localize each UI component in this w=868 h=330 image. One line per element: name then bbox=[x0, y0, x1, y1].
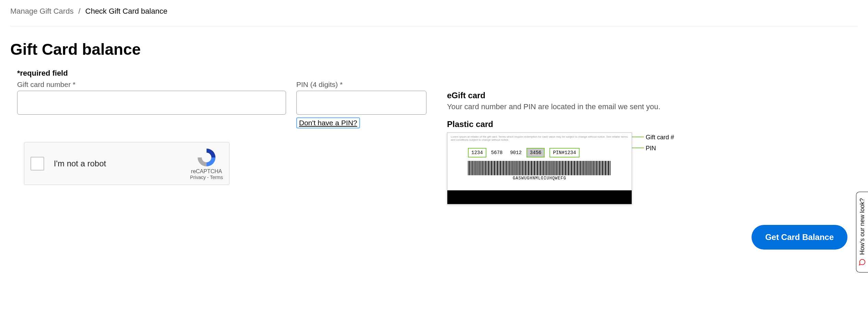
card-seg-2: 5678 bbox=[488, 149, 506, 157]
info-column: eGift card Your card number and PIN are … bbox=[447, 80, 687, 211]
card-seg-3: 9012 bbox=[507, 149, 524, 157]
card-magstripe bbox=[447, 190, 632, 204]
required-field-note: *required field bbox=[10, 69, 858, 78]
recaptcha-checkbox[interactable] bbox=[30, 157, 44, 170]
recaptcha-brand-name: reCAPTCHA bbox=[190, 168, 223, 175]
feedback-tab-label: How's our new look? bbox=[859, 198, 866, 255]
breadcrumb-separator: / bbox=[78, 7, 80, 15]
card-barcode bbox=[468, 161, 611, 175]
egift-body: Your card number and PIN are located in … bbox=[447, 102, 687, 111]
gift-card-number-label: Gift card number * bbox=[17, 80, 286, 89]
egift-heading: eGift card bbox=[447, 91, 687, 100]
breadcrumb: Manage Gift Cards / Check Gift Card bala… bbox=[10, 7, 858, 26]
recaptcha-widget: I'm not a robot reCAPTCHA Privacy - Term… bbox=[24, 142, 230, 185]
card-seg-1: 1234 bbox=[468, 148, 486, 157]
feedback-tab[interactable]: How's our new look? bbox=[856, 192, 868, 256]
card-pin-box: PIN#1234 bbox=[549, 148, 579, 157]
breadcrumb-parent-link[interactable]: Manage Gift Cards bbox=[10, 7, 74, 15]
card-back-illustration: Lorem ipsum at retailer of the gift card… bbox=[447, 132, 632, 204]
no-pin-link[interactable]: Don't have a PIN? bbox=[296, 117, 360, 128]
pin-label: PIN (4 digits) * bbox=[296, 80, 426, 89]
card-number-row: 1234 5678 9012 3456 PIN#1234 bbox=[447, 148, 632, 157]
gift-card-number-field: Gift card number * bbox=[17, 80, 286, 115]
get-card-balance-button[interactable]: Get Card Balance bbox=[752, 225, 847, 250]
callout-giftnum: Gift card # bbox=[646, 134, 674, 141]
page-title: Gift Card balance bbox=[10, 40, 858, 59]
card-fineprint: Lorem ipsum at retailer of the gift card… bbox=[447, 133, 632, 147]
recaptcha-brand: reCAPTCHA Privacy - Terms bbox=[190, 147, 223, 180]
plastic-heading: Plastic card bbox=[447, 119, 687, 129]
callout-pin: PIN bbox=[646, 145, 656, 152]
recaptcha-links[interactable]: Privacy - Terms bbox=[190, 175, 223, 180]
recaptcha-label: I'm not a robot bbox=[54, 159, 190, 168]
recaptcha-icon bbox=[196, 147, 217, 168]
plastic-card-diagram: Gift card # PIN Lorem ipsum at retailer … bbox=[447, 132, 687, 211]
card-barcode-text: GASWUGHNMLOIUHQWEFG bbox=[447, 176, 632, 181]
gift-card-number-input[interactable] bbox=[17, 91, 286, 115]
pin-input[interactable] bbox=[296, 91, 426, 115]
breadcrumb-current: Check Gift Card balance bbox=[85, 7, 168, 15]
card-seg-4: 3456 bbox=[526, 148, 545, 157]
pin-field: PIN (4 digits) * Don't have a PIN? bbox=[296, 80, 426, 128]
